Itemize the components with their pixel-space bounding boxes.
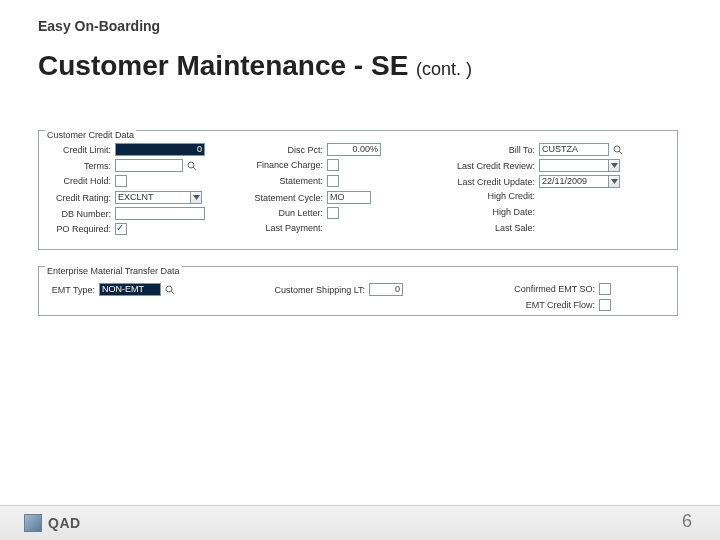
terms-field[interactable]	[115, 159, 183, 172]
emt-credit-flow-label: EMT Credit Flow:	[489, 300, 599, 310]
emt-credit-flow-checkbox[interactable]	[599, 299, 611, 311]
credit-hold-label: Credit Hold:	[39, 176, 115, 186]
confirmed-emt-so-label: Confirmed EMT SO:	[489, 284, 599, 294]
last-credit-update-dropdown-icon[interactable]	[609, 175, 620, 188]
statement-cycle-field[interactable]: MO	[327, 191, 371, 204]
brand-logo: QAD	[24, 514, 81, 532]
svg-line-1	[193, 167, 196, 170]
bill-to-lookup-icon[interactable]	[611, 143, 624, 156]
db-number-label: DB Number:	[39, 209, 115, 219]
credit-limit-field[interactable]: 0	[115, 143, 205, 156]
footer-bar: QAD	[0, 506, 720, 540]
statement-checkbox[interactable]	[327, 175, 339, 187]
last-credit-review-label: Last Credit Review:	[439, 161, 539, 171]
credit-rating-dropdown-icon[interactable]	[191, 191, 202, 204]
emt-panel: Enterprise Material Transfer Data EMT Ty…	[38, 266, 678, 316]
emt-type-lookup-icon[interactable]	[163, 283, 176, 296]
statement-cycle-label: Statement Cycle:	[239, 193, 327, 203]
disc-pct-field[interactable]: 0.00%	[327, 143, 381, 156]
svg-marker-5	[611, 163, 618, 168]
page-title-cont: (cont. )	[416, 59, 472, 79]
credit-rating-label: Credit Rating:	[39, 193, 115, 203]
po-required-label: PO Required:	[39, 224, 115, 234]
cust-ship-lt-label: Customer Shipping LT:	[259, 285, 369, 295]
dun-letter-label: Dun Letter:	[239, 208, 327, 218]
page-title-main: Customer Maintenance - SE	[38, 50, 408, 81]
page-title: Customer Maintenance - SE (cont. )	[38, 50, 472, 82]
customer-credit-panel: Customer Credit Data Credit Limit: 0 Ter…	[38, 130, 678, 250]
last-sale-label: Last Sale:	[439, 223, 539, 233]
last-credit-update-field[interactable]: 22/11/2009	[539, 175, 609, 188]
credit-legend: Customer Credit Data	[45, 130, 136, 140]
high-date-label: High Date:	[439, 207, 539, 217]
finance-charge-label: Finance Charge:	[239, 160, 327, 170]
emt-type-label: EMT Type:	[39, 285, 99, 295]
terms-lookup-icon[interactable]	[185, 159, 198, 172]
emt-legend: Enterprise Material Transfer Data	[45, 266, 182, 276]
brand-logo-text: QAD	[48, 515, 81, 531]
svg-marker-6	[611, 179, 618, 184]
credit-limit-label: Credit Limit:	[39, 145, 115, 155]
svg-marker-2	[193, 195, 200, 200]
confirmed-emt-so-checkbox[interactable]	[599, 283, 611, 295]
cust-ship-lt-field[interactable]: 0	[369, 283, 403, 296]
bill-to-label: Bill To:	[439, 145, 539, 155]
page-number: 6	[682, 511, 692, 532]
dun-letter-checkbox[interactable]	[327, 207, 339, 219]
last-credit-review-field[interactable]	[539, 159, 609, 172]
terms-label: Terms:	[39, 161, 115, 171]
db-number-field[interactable]	[115, 207, 205, 220]
last-credit-update-label: Last Credit Update:	[439, 177, 539, 187]
credit-hold-checkbox[interactable]	[115, 175, 127, 187]
last-payment-label: Last Payment:	[239, 223, 327, 233]
svg-line-4	[619, 151, 622, 154]
po-required-checkbox[interactable]	[115, 223, 127, 235]
bill-to-field[interactable]: CUSTZA	[539, 143, 609, 156]
disc-pct-label: Disc Pct:	[239, 145, 327, 155]
high-credit-label: High Credit:	[439, 191, 539, 201]
statement-label: Statement:	[239, 176, 327, 186]
emt-type-field[interactable]: NON-EMT	[99, 283, 161, 296]
credit-rating-field[interactable]: EXCLNT	[115, 191, 191, 204]
last-credit-review-dropdown-icon[interactable]	[609, 159, 620, 172]
svg-line-8	[171, 291, 174, 294]
topic-label: Easy On-Boarding	[38, 18, 160, 34]
finance-charge-checkbox[interactable]	[327, 159, 339, 171]
brand-logo-icon	[24, 514, 42, 532]
